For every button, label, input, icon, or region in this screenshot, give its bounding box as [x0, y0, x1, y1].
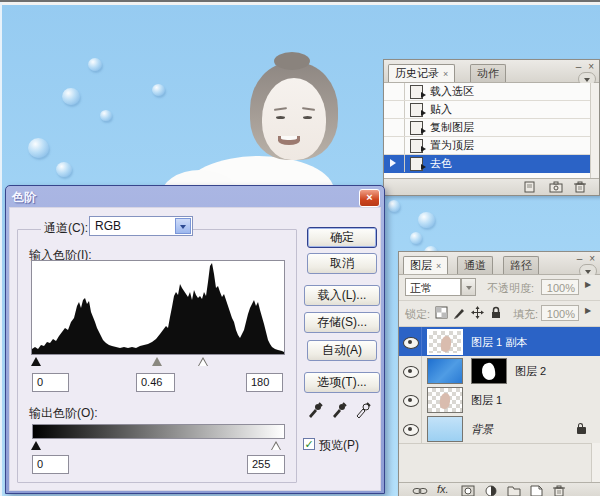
history-state-column	[384, 137, 405, 154]
history-state-column	[384, 101, 405, 118]
eye-icon[interactable]	[403, 424, 419, 436]
save-button[interactable]: 存储(S)...	[304, 312, 380, 333]
minimize-icon[interactable]: –	[577, 253, 585, 264]
cancel-button[interactable]: 取消	[307, 253, 377, 274]
close-icon[interactable]: ×	[588, 61, 596, 72]
options-button[interactable]: 选项(T)...	[304, 372, 380, 393]
water-droplet	[410, 232, 422, 244]
history-state-icon	[410, 85, 423, 99]
input-shadow-field[interactable]: 0	[32, 373, 69, 392]
gray-point-eyedropper-icon[interactable]	[330, 400, 348, 419]
lock-position-move-icon[interactable]	[471, 306, 485, 320]
history-item-label: 载入选区	[430, 83, 474, 100]
history-item-selected[interactable]: 去色	[384, 155, 599, 173]
auto-button[interactable]: 自动(A)	[307, 340, 377, 361]
history-state-column	[384, 119, 405, 136]
layer-thumbnail[interactable]	[427, 329, 463, 355]
history-scrollbar[interactable]	[590, 83, 599, 179]
output-highlight-value: 255	[252, 458, 270, 470]
new-snapshot-icon[interactable]	[549, 181, 563, 193]
ok-button-label: 确定	[330, 230, 354, 244]
lock-pixels-brush-icon[interactable]	[453, 306, 467, 320]
fill-flyout-arrow-icon[interactable]: ▶	[585, 306, 591, 315]
tab-channels[interactable]: 通道	[457, 256, 493, 274]
history-item-label: 置为顶层	[430, 137, 474, 154]
thumbnail-figure	[440, 335, 452, 352]
layer-row[interactable]: 图层 2	[399, 356, 600, 386]
histogram-graph	[32, 261, 284, 354]
layer-row[interactable]: 图层 1	[399, 385, 600, 415]
history-item-label: 贴入	[430, 101, 452, 118]
eye-icon[interactable]	[403, 337, 419, 349]
opacity-value: 100%	[547, 282, 575, 294]
new-group-folder-icon[interactable]	[507, 485, 521, 496]
tab-close-icon[interactable]: ×	[436, 261, 441, 271]
white-point-eyedropper-icon[interactable]	[354, 400, 372, 419]
opacity-field[interactable]: 100%	[541, 279, 579, 295]
window-left-edge	[0, 2, 2, 496]
new-layer-icon[interactable]	[530, 485, 544, 496]
tab-close-icon[interactable]: ×	[443, 69, 448, 79]
history-list: 载入选区 贴入 复制图层 置为顶层 去色	[384, 83, 599, 179]
layer-row-selected[interactable]: 图层 1 副本	[399, 327, 600, 357]
tab-history[interactable]: 历史记录×	[388, 64, 455, 82]
black-point-eyedropper-icon[interactable]	[306, 400, 324, 419]
adjustment-layer-icon[interactable]	[485, 485, 499, 496]
history-state-icon	[410, 121, 423, 135]
portrait-hair-bun	[274, 52, 310, 70]
layers-panel-header: – × 图层× 通道 路径	[399, 252, 600, 275]
add-layer-mask-icon[interactable]	[461, 485, 475, 496]
minimize-icon[interactable]: –	[576, 61, 584, 72]
opacity-flyout-arrow-icon[interactable]: ▶	[585, 280, 591, 289]
fill-value: 100%	[547, 308, 575, 320]
layers-scrollbar[interactable]	[591, 443, 600, 483]
fill-field[interactable]: 100%	[541, 305, 579, 321]
layer-row-background[interactable]: 背景	[399, 414, 600, 444]
delete-layer-trash-icon[interactable]	[552, 485, 566, 496]
history-item[interactable]: 复制图层	[384, 119, 599, 137]
tab-layers[interactable]: 图层×	[403, 256, 448, 274]
new-document-from-state-icon[interactable]	[523, 181, 537, 193]
panel-window-controls[interactable]: – ×	[577, 253, 597, 264]
history-item[interactable]: 贴入	[384, 101, 599, 119]
load-button[interactable]: 载入(L)...	[304, 285, 380, 306]
lock-label: 锁定:	[405, 307, 430, 322]
input-highlight-field[interactable]: 180	[246, 373, 283, 392]
link-layers-chain-icon[interactable]	[412, 485, 426, 496]
history-item[interactable]: 载入选区	[384, 83, 599, 101]
eye-icon[interactable]	[403, 395, 419, 407]
input-gamma-field[interactable]: 0.46	[136, 373, 175, 392]
input-shadow-slider[interactable]	[31, 357, 41, 366]
ok-button[interactable]: 确定	[307, 227, 377, 248]
layer-name: 图层 1	[471, 393, 502, 408]
chevron-down-icon[interactable]	[175, 218, 191, 234]
layer-thumbnail[interactable]	[427, 387, 463, 413]
close-icon[interactable]: ×	[359, 189, 380, 207]
tab-actions[interactable]: 动作	[470, 64, 506, 82]
output-highlight-field[interactable]: 255	[247, 455, 285, 474]
input-gamma-slider[interactable]	[152, 357, 162, 366]
close-icon[interactable]: ×	[589, 253, 597, 264]
lock-transparency-icon[interactable]	[435, 306, 449, 320]
preview-checkbox[interactable]: ✓	[303, 438, 315, 450]
portrait-teeth	[281, 136, 297, 140]
water-droplet	[28, 138, 49, 158]
tab-paths[interactable]: 路径	[503, 256, 539, 274]
output-shadow-slider[interactable]	[31, 441, 41, 450]
history-item[interactable]: 置为顶层	[384, 137, 599, 155]
layer-mask-thumbnail[interactable]	[471, 358, 507, 384]
chevron-down-icon[interactable]	[461, 278, 476, 296]
output-shadow-field[interactable]: 0	[32, 455, 69, 474]
channel-select[interactable]: RGB	[89, 216, 193, 236]
layer-thumbnail[interactable]	[427, 416, 463, 442]
eye-icon[interactable]	[403, 366, 419, 378]
cancel-button-label: 取消	[330, 256, 354, 270]
delete-state-trash-icon[interactable]	[573, 181, 587, 193]
lock-all-icon[interactable]	[489, 306, 503, 320]
blend-mode-select[interactable]: 正常	[405, 278, 461, 296]
layer-style-fx-icon[interactable]: fx.	[437, 483, 451, 495]
panel-window-controls[interactable]: – ×	[576, 61, 596, 72]
water-droplet	[388, 200, 400, 212]
options-button-label: 选项(T)...	[317, 375, 366, 389]
layer-thumbnail[interactable]	[427, 358, 463, 384]
